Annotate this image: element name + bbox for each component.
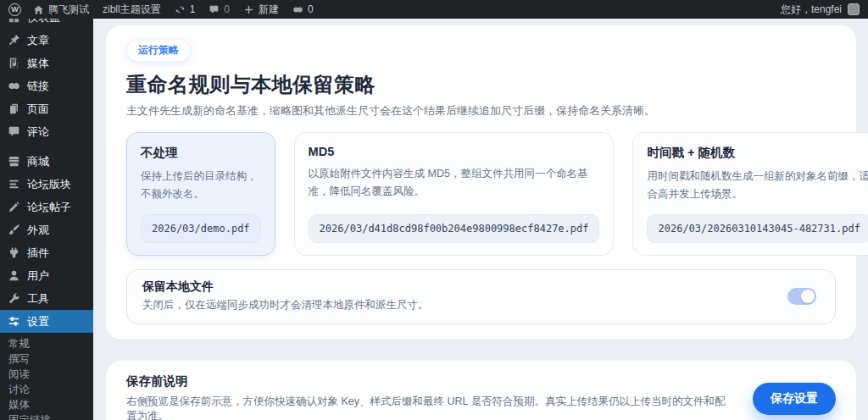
save-settings-button[interactable]: 保存设置: [753, 383, 836, 415]
admin-bar-site-link[interactable]: 腾飞测试: [33, 3, 89, 17]
link-chain-icon: [7, 80, 20, 93]
sidebar-item-users[interactable]: 用户: [0, 264, 93, 287]
option-title: MD5: [309, 145, 600, 158]
submenu-item-writing[interactable]: 撰写: [8, 351, 93, 367]
page-title: 重命名规则与本地保留策略: [126, 71, 836, 98]
tools-wrench-icon: [7, 292, 20, 306]
submenu-item-media[interactable]: 媒体: [8, 397, 93, 412]
settings-submenu: 常规 撰写 阅读 讨论 媒体 固定链接: [0, 333, 93, 420]
sidebar-item-store[interactable]: 商城: [0, 150, 93, 173]
admin-bar-greeting[interactable]: 您好，tengfei: [781, 3, 842, 17]
update-count: 1: [190, 3, 196, 15]
store-icon: [7, 155, 20, 169]
sidebar-item-label: 用户: [27, 268, 49, 284]
sidebar-item-label: 文章: [27, 33, 49, 48]
wordpress-logo-icon[interactable]: W: [8, 3, 21, 16]
main-content: 运行策略 重命名规则与本地保留策略 主文件先生成新的命名基准，缩略图和其他派生尺…: [93, 19, 868, 420]
sidebar-item-plugins[interactable]: 插件: [0, 241, 93, 264]
comment-icon: [209, 4, 220, 15]
settings-sliders-icon: [7, 315, 20, 329]
save-note-panel: 保存前说明 右侧预览是保存前示意，方便你快速确认对象 Key、样式后缀和最终 U…: [106, 361, 856, 420]
sidebar-item-label: 插件: [27, 246, 49, 261]
option-card-md5[interactable]: MD5 以原始附件文件内容生成 MD5，整组文件共用同一个命名基准，降低同名覆盖…: [294, 132, 615, 256]
option-example-path: 2026/03/20260310143045-482731.pdf: [647, 214, 868, 243]
strategy-badge: 运行策略: [126, 39, 191, 62]
option-desc: 以原始附件文件内容生成 MD5，整组文件共用同一个命名基准，降低同名覆盖风险。: [309, 165, 600, 200]
keep-local-files-toggle[interactable]: [787, 288, 816, 305]
appearance-brush-icon: [7, 224, 20, 237]
sidebar-item-label: 评论: [27, 124, 49, 140]
sidebar-item-label: 商城: [27, 154, 49, 169]
sidebar-item-label: 设置: [27, 314, 49, 329]
option-desc: 保持上传后的目录结构，不额外改名。: [141, 168, 261, 202]
sidebar-item-media[interactable]: 媒体: [0, 52, 93, 75]
sidebar-item-links[interactable]: 链接: [0, 75, 93, 97]
admin-bar-comments[interactable]: 0: [209, 3, 230, 15]
option-example-path: 2026/03/d41d8cd98f00b204e9800998ecf8427e…: [309, 214, 600, 243]
sidebar-item-label: 论坛版块: [27, 177, 71, 192]
option-title: 不处理: [141, 145, 261, 161]
option-desc: 用时间戳和随机数生成一组新的对象名前缀，适合高并发上传场景。: [647, 168, 868, 202]
sidebar-separator: [0, 143, 93, 150]
forum-posts-icon: [7, 201, 20, 214]
pin-icon: [7, 34, 20, 47]
save-note-desc: 右侧预览是保存前示意，方便你快速确认对象 Key、样式后缀和最终 URL 是否符…: [126, 395, 732, 420]
link-count: 0: [308, 3, 314, 15]
comment-count: 0: [224, 3, 230, 15]
sidebar-item-forum-sections[interactable]: 论坛版块: [0, 173, 93, 196]
sidebar-item-label: 页面: [27, 102, 49, 117]
page-subtitle: 主文件先生成新的命名基准，缩略图和其他派生尺寸会在这个结果后继续追加尺寸后缀，保…: [126, 103, 836, 119]
sidebar-item-tools[interactable]: 工具: [0, 287, 93, 310]
toggle-title: 保留本地文件: [142, 279, 429, 295]
submenu-item-permalinks[interactable]: 固定链接: [8, 412, 93, 420]
save-note-title: 保存前说明: [126, 373, 732, 390]
sidebar-item-label: 仪表盘: [27, 19, 60, 25]
admin-sidebar: 仪表盘 文章 媒体 链接 页面 评论: [0, 19, 93, 420]
admin-bar-site-name: 腾飞测试: [48, 3, 89, 17]
sidebar-item-label: 链接: [27, 79, 49, 94]
admin-bar-new[interactable]: 新建: [243, 3, 279, 17]
pages-icon: [7, 102, 20, 116]
option-card-timestamp-random[interactable]: 时间戳 + 随机数 用时间戳和随机数生成一组新的对象名前缀，适合高并发上传场景。…: [632, 132, 868, 256]
admin-bar: W 腾飞测试 zibll主题设置 1 0 新建 0 您好，: [0, 0, 868, 19]
sidebar-item-label: 论坛帖子: [27, 200, 71, 215]
sidebar-item-pages[interactable]: 页面: [0, 97, 93, 120]
home-icon: [33, 4, 44, 15]
plugin-icon: [7, 246, 20, 260]
theme-settings-label: zibll主题设置: [103, 3, 161, 17]
option-example-path: 2026/03/demo.pdf: [141, 214, 261, 243]
toggle-knob: [801, 290, 815, 303]
sidebar-item-comments[interactable]: 评论: [0, 120, 93, 143]
admin-bar-links-count[interactable]: 0: [292, 3, 314, 15]
avatar[interactable]: [848, 3, 860, 15]
toggle-desc: 关闭后，仅在远端同步成功时才会清理本地原件和派生尺寸。: [142, 298, 429, 312]
rename-options: 不处理 保持上传后的目录结构，不额外改名。 2026/03/demo.pdf M…: [126, 132, 836, 256]
sidebar-item-label: 外观: [27, 223, 49, 238]
sidebar-item-appearance[interactable]: 外观: [0, 218, 93, 241]
strategy-panel: 运行策略 重命名规则与本地保留策略 主文件先生成新的命名基准，缩略图和其他派生尺…: [106, 25, 856, 340]
update-icon: [175, 4, 186, 15]
sidebar-item-settings[interactable]: 设置: [0, 310, 93, 333]
link-icon: [292, 4, 303, 15]
sidebar-item-label: 媒体: [27, 56, 49, 71]
dashboard-icon: [7, 19, 20, 25]
media-icon: [7, 57, 20, 70]
submenu-item-discussion[interactable]: 讨论: [8, 382, 93, 397]
users-icon: [7, 269, 20, 283]
new-label: 新建: [259, 3, 279, 17]
option-card-none[interactable]: 不处理 保持上传后的目录结构，不额外改名。 2026/03/demo.pdf: [126, 132, 275, 256]
submenu-item-reading[interactable]: 阅读: [8, 367, 93, 382]
comment-bubble-icon: [7, 125, 20, 139]
sidebar-item-posts[interactable]: 文章: [0, 29, 93, 52]
sidebar-item-dashboard[interactable]: 仪表盘: [0, 19, 93, 29]
option-title: 时间戳 + 随机数: [647, 145, 868, 161]
admin-bar-theme-settings[interactable]: zibll主题设置: [103, 3, 161, 17]
admin-bar-updates[interactable]: 1: [175, 3, 196, 15]
submenu-item-general[interactable]: 常规: [8, 336, 93, 351]
sidebar-item-label: 工具: [27, 291, 49, 307]
plus-icon: [243, 4, 254, 15]
keep-local-files-row: 保留本地文件 关闭后，仅在远端同步成功时才会清理本地原件和派生尺寸。: [126, 269, 836, 324]
sidebar-item-forum-posts[interactable]: 论坛帖子: [0, 196, 93, 218]
forum-list-icon: [7, 178, 20, 191]
